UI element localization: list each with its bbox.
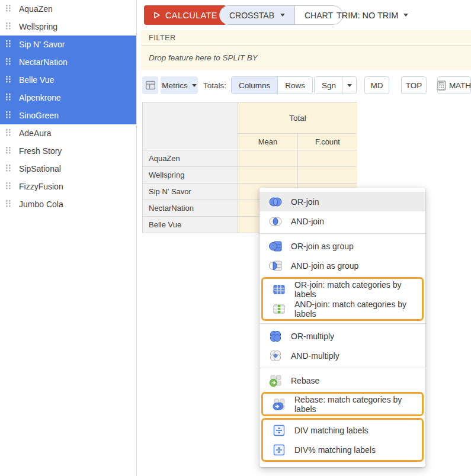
column-header-fcount[interactable]: F.count — [298, 134, 357, 150]
row-header[interactable]: Belle Vue — [143, 217, 238, 233]
venn-group-or-icon — [268, 239, 283, 253]
metrics-dropdown[interactable]: Metrics — [161, 76, 198, 94]
highlight-box-join-match: OR-join: match categories by labels AND-… — [261, 277, 424, 321]
view-toggle: CROSSTAB CHART — [219, 5, 343, 25]
math-button[interactable]: MATH — [437, 76, 471, 94]
table-corner-cell — [143, 102, 238, 150]
menu-item-or-join-as-group[interactable]: OR-join as group — [259, 236, 425, 256]
chevron-down-icon — [347, 84, 352, 87]
sidebar-item-nectarnation[interactable]: NectarNation — [0, 53, 136, 71]
drag-handle-icon[interactable] — [5, 75, 11, 85]
drag-handle-icon[interactable] — [5, 146, 11, 156]
venn-and-icon — [268, 214, 283, 229]
drag-handle-icon[interactable] — [5, 111, 11, 120]
sidebar-item-label: Sip N' Savor — [19, 40, 65, 49]
menu-item-and-join-as-group[interactable]: AND-join as group — [259, 256, 425, 275]
menu-item-div-percent-matching-labels[interactable]: DIV% matching labels — [263, 440, 422, 459]
sidebar-item-fresh-story[interactable]: Fresh Story — [0, 142, 136, 160]
menu-divider — [259, 233, 425, 234]
sidebar-item-sipsational[interactable]: SipSational — [0, 160, 136, 178]
menu-item-and-multiply[interactable]: AND-multiply — [259, 346, 425, 365]
drag-handle-icon[interactable] — [5, 4, 11, 14]
table-cell[interactable] — [298, 150, 357, 166]
sgn-dropdown-arrow[interactable] — [342, 77, 356, 94]
row-header[interactable]: AquaZen — [143, 150, 238, 166]
row-header[interactable]: Wellspring — [143, 167, 238, 183]
md-button[interactable]: MD — [364, 76, 389, 94]
table-cell[interactable] — [298, 167, 357, 183]
sidebar-item-wellspring[interactable]: Wellspring — [0, 18, 136, 36]
sidebar-item-label: AdeAura — [19, 128, 51, 138]
menu-item-or-multiply[interactable]: OR-multiply — [259, 326, 425, 346]
sidebar-item-fizzyfusion[interactable]: FizzyFusion — [0, 178, 136, 195]
venn-group-and-icon — [268, 259, 283, 273]
clover-or-icon — [268, 329, 283, 343]
menu-divider — [259, 323, 425, 324]
sidebar-item-label: SipSational — [19, 164, 61, 173]
table-cell[interactable] — [238, 150, 297, 166]
tab-chart[interactable]: CHART — [294, 6, 342, 24]
sidebar-item-alpenkrone[interactable]: Alpenkrone — [0, 89, 136, 107]
splitby-dropzone[interactable]: Drop feature here to SPLIT BY — [141, 46, 471, 70]
rebase-blue-icon — [272, 397, 286, 411]
venn-or-icon — [268, 195, 283, 209]
divide-icon — [272, 443, 286, 457]
menu-item-and-join[interactable]: AND-join — [259, 211, 425, 231]
top-button[interactable]: TOP — [401, 76, 427, 94]
sidebar-item-label: Belle Vue — [19, 75, 54, 85]
sidebar-item-label: Jumbo Cola — [19, 200, 63, 209]
play-icon — [153, 11, 161, 19]
sidebar-item-aquazen[interactable]: AquaZen — [0, 0, 136, 18]
menu-item-or-join[interactable]: OR-join — [259, 192, 425, 211]
drag-handle-icon[interactable] — [5, 22, 11, 31]
tab-crosstab[interactable]: CROSSTAB — [220, 6, 294, 24]
chevron-down-icon — [403, 14, 408, 17]
calculate-button[interactable]: CALCULATE — [144, 5, 226, 25]
highlight-box-div-match: DIV matching labels DIV% matching labels — [261, 418, 424, 462]
sidebar-item-label: FizzyFusion — [19, 182, 63, 191]
drag-handle-icon[interactable] — [5, 128, 11, 138]
table-cell[interactable] — [238, 167, 297, 183]
sidebar-item-label: AquaZen — [19, 4, 53, 14]
chevron-down-icon — [192, 84, 197, 87]
menu-item-and-join-match-labels[interactable]: AND-join: match categories by labels — [263, 299, 422, 319]
total-header-cell[interactable]: Total — [238, 102, 357, 133]
row-header[interactable]: NectarNation — [143, 200, 238, 216]
column-header-mean[interactable]: Mean — [238, 134, 297, 150]
menu-item-rebase-match-labels[interactable]: Rebase: match categories by labels — [263, 394, 422, 414]
sidebar-item-label: Fresh Story — [19, 146, 62, 156]
drag-handle-icon[interactable] — [5, 40, 11, 49]
sidebar-item-jumbo-cola[interactable]: Jumbo Cola — [0, 195, 136, 213]
sidebar-item-label: Wellspring — [19, 22, 57, 31]
drag-handle-icon[interactable] — [5, 200, 11, 209]
menu-item-rebase[interactable]: Rebase — [259, 371, 425, 390]
join-context-menu: OR-join AND-join OR-join as group AND-jo… — [259, 188, 425, 467]
clover-and-icon — [268, 349, 283, 363]
sidebar-item-sinogreen[interactable]: SinoGreen — [0, 107, 136, 124]
menu-item-div-matching-labels[interactable]: DIV matching labels — [263, 420, 422, 440]
sgn-split-button[interactable]: Sgn — [314, 76, 357, 94]
menu-divider — [259, 368, 425, 368]
totals-columns-toggle[interactable]: Columns — [232, 77, 277, 94]
layout-button[interactable] — [142, 76, 158, 94]
filter-dropzone[interactable]: FILTER — [141, 30, 471, 46]
sidebar-item-sip-n-savor[interactable]: Sip N' Savor — [0, 36, 136, 53]
table-toolbar: Metrics Totals: Columns Rows Sgn MD TOP … — [141, 76, 471, 95]
divide-icon — [272, 423, 286, 438]
trim-dropdown[interactable]: TRIM: NO TRIM — [337, 5, 408, 25]
sidebar-item-belle-vue[interactable]: Belle Vue — [0, 71, 136, 89]
drag-handle-icon[interactable] — [5, 93, 11, 102]
row-header[interactable]: Sip N' Savor — [143, 184, 238, 200]
totals-rows-toggle[interactable]: Rows — [277, 77, 312, 94]
rebase-green-icon — [268, 374, 283, 388]
drag-handle-icon[interactable] — [5, 182, 11, 191]
drag-handle-icon[interactable] — [5, 164, 11, 173]
drag-handle-icon[interactable] — [5, 57, 11, 67]
menu-item-or-join-match-labels[interactable]: OR-join: match categories by labels — [263, 279, 422, 299]
calculator-icon — [437, 81, 446, 91]
chevron-down-icon — [280, 14, 285, 17]
filter-split-band: FILTER Drop feature here to SPLIT BY — [141, 30, 471, 70]
main-panel: CALCULATE CROSSTAB CHART TRIM: NO TRIM F… — [141, 0, 471, 476]
sidebar-item-adeaura[interactable]: AdeAura — [0, 124, 136, 142]
table-green-icon — [272, 302, 286, 316]
